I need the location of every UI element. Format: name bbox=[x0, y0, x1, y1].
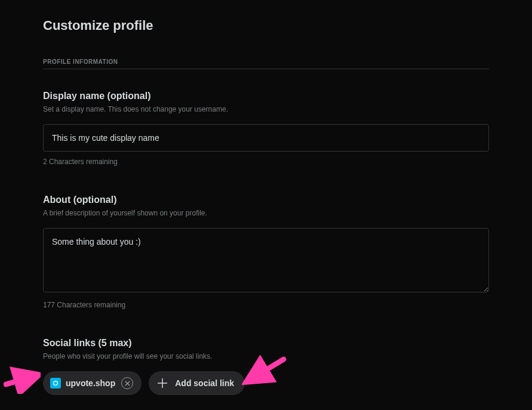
page-title: Customize profile bbox=[43, 18, 489, 33]
section-profile-information-header: PROFILE INFORMATION bbox=[43, 58, 489, 69]
about-hint: A brief description of yourself shown on… bbox=[43, 209, 489, 217]
display-name-char-counter: 2 Characters remaining bbox=[43, 158, 489, 166]
remove-social-link-button[interactable] bbox=[121, 377, 133, 389]
display-name-hint: Set a display name. This does not change… bbox=[43, 105, 489, 113]
social-link-chip[interactable]: upvote.shop bbox=[43, 371, 142, 395]
social-links-group: Social links (5 max) People who visit yo… bbox=[43, 338, 489, 395]
plus-icon bbox=[157, 378, 168, 389]
close-icon bbox=[125, 381, 130, 386]
display-name-label: Display name (optional) bbox=[43, 91, 489, 101]
social-links-label: Social links (5 max) bbox=[43, 338, 489, 349]
display-name-input[interactable] bbox=[43, 124, 489, 152]
about-group: About (optional) A brief description of … bbox=[43, 195, 489, 309]
social-links-hint: People who visit your profile will see y… bbox=[43, 352, 489, 360]
social-link-label: upvote.shop bbox=[66, 378, 115, 388]
add-social-link-label: Add social link bbox=[175, 378, 234, 388]
display-name-group: Display name (optional) Set a display na… bbox=[43, 91, 489, 166]
about-textarea[interactable] bbox=[43, 228, 489, 292]
social-links-row: upvote.shop Add social link bbox=[43, 371, 489, 395]
about-label: About (optional) bbox=[43, 195, 489, 205]
about-char-counter: 177 Characters remaining bbox=[43, 301, 489, 309]
add-social-link-button[interactable]: Add social link bbox=[149, 371, 245, 395]
link-favicon-icon bbox=[50, 378, 61, 389]
svg-point-0 bbox=[54, 381, 58, 386]
